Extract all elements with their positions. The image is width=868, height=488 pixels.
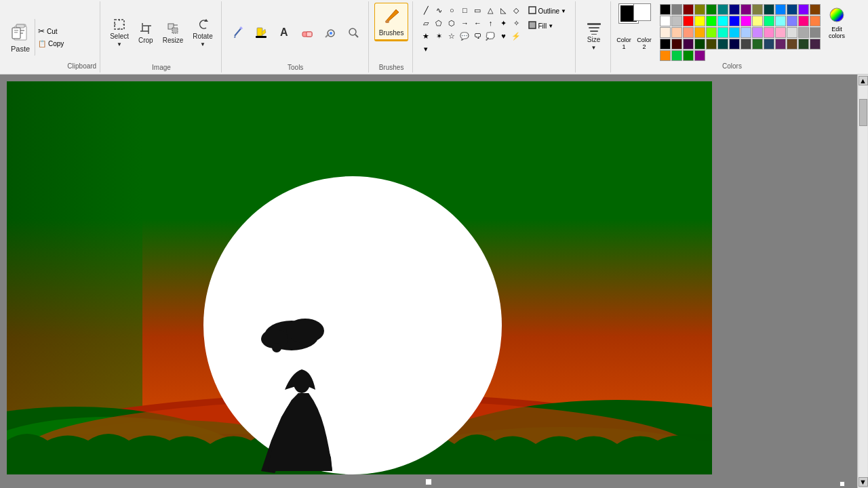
- color-swatch-r1-c2[interactable]: [671, 4, 682, 15]
- color-swatch-extra-2[interactable]: [671, 50, 682, 61]
- resize-button[interactable]: Resize: [159, 19, 188, 47]
- color2-swatch[interactable]: [634, 4, 650, 20]
- color-swatch-r4-c12[interactable]: [787, 39, 797, 49]
- eraser-button[interactable]: [296, 23, 318, 42]
- color-swatch-r4-c6[interactable]: [717, 39, 728, 49]
- color-swatch-r3-c11[interactable]: [775, 27, 786, 38]
- star-outline-shape[interactable]: ☆: [446, 30, 458, 42]
- color-swatch-r2-c3[interactable]: [683, 16, 694, 26]
- up-arrow-shape[interactable]: ↑: [484, 17, 496, 29]
- color-swatch-r1-c3[interactable]: [683, 4, 694, 15]
- color-swatch-r2-c10[interactable]: [764, 16, 774, 26]
- curve-shape[interactable]: ∿: [433, 4, 445, 16]
- color-swatch-r2-c1[interactable]: [660, 16, 671, 26]
- brushes-button[interactable]: Brushes: [374, 3, 409, 41]
- color-swatch-r2-c4[interactable]: [694, 16, 705, 26]
- color-swatch-r2-c5[interactable]: [706, 16, 717, 26]
- copy-button[interactable]: 📋 Copy: [35, 39, 66, 49]
- pentagon-shape[interactable]: ⬠: [433, 17, 445, 29]
- callout-cloud-shape[interactable]: 💭: [484, 30, 496, 42]
- color-swatch-r2-c11[interactable]: [775, 16, 786, 26]
- color-swatch-r4-c14[interactable]: [810, 39, 821, 49]
- color-swatch-r3-c14[interactable]: [810, 27, 821, 38]
- color-swatch-r1-c12[interactable]: [787, 4, 797, 15]
- rounded-rect-shape[interactable]: ▭: [471, 4, 484, 16]
- color-swatch-r4-c5[interactable]: [706, 39, 717, 49]
- callout-rect-shape[interactable]: 🗨: [471, 30, 484, 42]
- color-swatch-r3-c13[interactable]: [798, 27, 809, 38]
- color-swatch-r3-c12[interactable]: [787, 27, 797, 38]
- fill-button[interactable]: [250, 23, 272, 42]
- outline-dropdown[interactable]: Outline ▼: [525, 4, 570, 18]
- color-swatch-r1-c10[interactable]: [764, 4, 774, 15]
- color-swatch-r3-c2[interactable]: [671, 27, 682, 38]
- lightning-shape[interactable]: ⚡: [510, 30, 522, 42]
- size-button[interactable]: Size ▼: [583, 20, 605, 54]
- color-swatch-r3-c1[interactable]: [660, 27, 671, 38]
- triangle-shape[interactable]: △: [484, 4, 496, 16]
- color-swatch-r4-c4[interactable]: [694, 39, 705, 49]
- heart-shape[interactable]: ♥: [497, 30, 509, 42]
- paste-button[interactable]: Paste: [5, 18, 35, 56]
- color-swatch-r3-c5[interactable]: [706, 27, 717, 38]
- color-swatch-r4-c9[interactable]: [752, 39, 763, 49]
- color-swatch-r3-c9[interactable]: [752, 27, 763, 38]
- canvas-main[interactable]: [0, 75, 857, 488]
- color-swatch-r2-c9[interactable]: [752, 16, 763, 26]
- color-swatch-r2-c6[interactable]: [717, 16, 728, 26]
- color-swatch-r1-c5[interactable]: [706, 4, 717, 15]
- parallelogram-shape[interactable]: ▱: [420, 17, 432, 29]
- color-swatch-r1-c11[interactable]: [775, 4, 786, 15]
- color-swatch-r1-c8[interactable]: [741, 4, 751, 15]
- color-swatch-r4-c8[interactable]: [741, 39, 751, 49]
- color-swatch-r3-c3[interactable]: [683, 27, 694, 38]
- color-swatch-r4-c10[interactable]: [764, 39, 774, 49]
- shapes-expand[interactable]: ▾: [420, 43, 432, 55]
- color-swatch-extra-3[interactable]: [683, 50, 694, 61]
- color-picker-button[interactable]: [319, 23, 341, 42]
- rect-shape[interactable]: □: [458, 4, 471, 16]
- rotate-button[interactable]: Rotate ▼: [189, 15, 216, 50]
- right-arrow-shape[interactable]: →: [458, 17, 471, 29]
- left-arrow-shape[interactable]: ←: [471, 17, 484, 29]
- scrollbar-right[interactable]: ▲ ▼: [857, 75, 868, 488]
- color-swatch-r2-c8[interactable]: [741, 16, 751, 26]
- color-swatch-extra-4[interactable]: [694, 50, 705, 61]
- color-swatch-r1-c4[interactable]: [694, 4, 705, 15]
- color-swatch-r3-c4[interactable]: [694, 27, 705, 38]
- star6-shape[interactable]: ✶: [433, 30, 445, 42]
- color-swatch-r3-c8[interactable]: [741, 27, 751, 38]
- color-swatch-r1-c14[interactable]: [810, 4, 821, 15]
- four-arrow-shape[interactable]: ✦: [497, 17, 509, 29]
- star4-shape[interactable]: ✧: [510, 17, 522, 29]
- callout-round-shape[interactable]: 💬: [458, 30, 471, 42]
- color-swatch-r4-c7[interactable]: [729, 39, 740, 49]
- scrollbar-thumb[interactable]: [859, 99, 867, 126]
- paint-canvas[interactable]: [7, 81, 712, 474]
- color-swatch-r1-c1[interactable]: [660, 4, 671, 15]
- color-swatch-r4-c1[interactable]: [660, 39, 671, 49]
- star5-shape[interactable]: ★: [420, 30, 432, 42]
- edit-colors-button[interactable]: Editcolors: [823, 4, 850, 42]
- cut-button[interactable]: ✂ Cut: [35, 25, 66, 37]
- canvas-resize-handle[interactable]: [840, 481, 845, 487]
- color-swatch-r4-c13[interactable]: [798, 39, 809, 49]
- text-button[interactable]: A: [273, 23, 295, 42]
- color-swatch-r1-c13[interactable]: [798, 4, 809, 15]
- magnifier-button[interactable]: [342, 23, 364, 42]
- crop-button[interactable]: Crop: [134, 19, 157, 47]
- right-triangle-shape[interactable]: ◺: [497, 4, 509, 16]
- diamond-shape[interactable]: ◇: [510, 4, 522, 16]
- select-button[interactable]: Select ▼: [106, 15, 133, 50]
- scrollbar-down-button[interactable]: ▼: [859, 477, 868, 487]
- color-swatch-r1-c7[interactable]: [729, 4, 740, 15]
- oval-shape[interactable]: ○: [446, 4, 458, 16]
- fill-dropdown[interactable]: Fill ▼: [525, 19, 570, 33]
- pencil-button[interactable]: [227, 23, 249, 42]
- color-swatch-r1-c6[interactable]: [717, 4, 728, 15]
- hexagon-shape[interactable]: ⬡: [446, 17, 458, 29]
- color-swatch-r3-c10[interactable]: [764, 27, 774, 38]
- color-swatch-r2-c13[interactable]: [798, 16, 809, 26]
- color-swatch-r2-c14[interactable]: [810, 16, 821, 26]
- diagonal-line-shape[interactable]: ╱: [420, 4, 432, 16]
